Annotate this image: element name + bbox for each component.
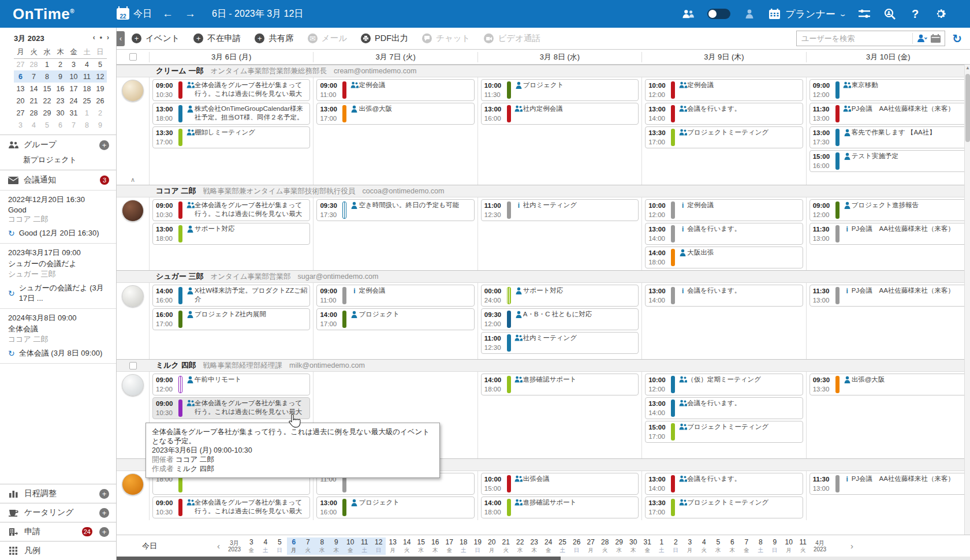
prev-week-arrow[interactable]: ← <box>161 8 174 20</box>
calendar-day[interactable]: 20 <box>14 95 27 107</box>
calendar-day[interactable]: 25 <box>80 95 94 107</box>
timeline-day[interactable]: 29水 <box>612 537 626 555</box>
day-cell[interactable]: 09:0011:00i定例会議14:0017:00プロジェクト <box>313 283 477 359</box>
timeline-day[interactable]: 1土 <box>655 537 669 555</box>
event-card[interactable]: 14:0018:00進捗確認サポート <box>481 496 639 518</box>
collapse-row-button[interactable]: ∧ <box>117 176 149 184</box>
calendar-day[interactable]: 15 <box>40 83 54 95</box>
timeline-day[interactable]: 27月 <box>584 537 598 555</box>
calendar-day[interactable]: 23 <box>54 95 67 107</box>
timeline-day[interactable]: 11土 <box>357 537 372 555</box>
timeline-day[interactable]: 11火 <box>796 537 811 555</box>
calendar-day[interactable]: 26 <box>94 95 107 107</box>
timeline-day[interactable]: 16木 <box>428 537 443 555</box>
event-card[interactable]: 16:0017:00プロジェクトZ社内展開 <box>152 308 310 330</box>
calendar-day[interactable]: 6 <box>54 119 67 131</box>
calendar-day[interactable]: 14 <box>27 83 40 95</box>
timeline-day[interactable]: 24金 <box>542 537 556 555</box>
timeline-day[interactable]: 17金 <box>442 537 457 555</box>
today-button[interactable]: 22 今日 <box>117 8 152 20</box>
event-card[interactable]: 13:0017:00出張@大阪 <box>316 103 474 125</box>
timeline-day[interactable]: 3金 <box>244 537 259 555</box>
event-card[interactable]: 09:0012:00東京移動 <box>809 79 967 101</box>
timeline-day[interactable]: 21火 <box>499 537 513 555</box>
day-cell[interactable]: 09:0012:00プロジェクト進捗報告11:3013:00iPJ会議 AA社佐… <box>806 197 970 270</box>
timeline-day[interactable]: 6木 <box>725 537 740 555</box>
day-cell[interactable]: 09:0012:00東京移動11:3013:00PJ会議 AA社佐藤様来社（来客… <box>806 77 970 185</box>
settings-gear-icon[interactable] <box>934 8 947 20</box>
timeline-prev-arrow[interactable]: ‹ <box>212 541 225 551</box>
sidebar-item-add-button[interactable]: + <box>99 489 109 499</box>
event-card[interactable]: 15:0016:00テスト実施予定 <box>809 150 967 172</box>
next-week-arrow[interactable]: → <box>184 8 197 20</box>
day-cell[interactable]: 09:0010:30全体会議をグループ各社が集まって行う。これは過去に例を見ない… <box>149 77 313 185</box>
notification-reply[interactable]: ↻全体会議 (3月 8日 09:00) <box>8 348 110 359</box>
event-card[interactable]: 09:0011:00定例会議 <box>316 79 474 101</box>
calendar-day[interactable]: 17 <box>67 83 80 95</box>
calendar-day[interactable]: 6 <box>14 70 27 83</box>
event-card[interactable]: 00:0024:00サポート対応 <box>481 285 639 307</box>
calendar-day[interactable]: 10 <box>67 70 80 83</box>
timeline-day[interactable]: 4土 <box>259 537 273 555</box>
group-item[interactable]: 新プロジェクト <box>0 155 116 170</box>
day-cell[interactable]: 11:3013:00iPJ会議 AA社佐藤様来社（来客） <box>806 283 970 359</box>
calendar-day[interactable]: 1 <box>40 58 54 70</box>
day-cell[interactable]: 10:0012:00定例会議13:0014:00会議を行います。13:3017:… <box>641 77 805 185</box>
calendar-day[interactable]: 19 <box>94 83 107 95</box>
calendar-day[interactable]: 12 <box>94 70 107 83</box>
timeline-day[interactable]: 10月 <box>782 537 796 555</box>
calendar-day[interactable]: 3 <box>67 58 80 70</box>
add-calendar-icon[interactable] <box>931 34 941 43</box>
event-card[interactable]: 13:0018:00株式会社OnTimeGroupCalendar様来社予定。担… <box>152 103 310 125</box>
event-card[interactable]: 13:0016:00社内定例会議 <box>481 103 639 125</box>
event-card[interactable]: 09:0012:00午前中リモート <box>152 374 310 395</box>
calendar-day[interactable]: 5 <box>40 119 54 131</box>
mini-calendar-today-dot[interactable]: • <box>100 33 102 44</box>
day-cell[interactable]: 11:0013:0016:00プロジェクト <box>313 471 477 520</box>
view-selector[interactable]: プランナー ⌄ <box>768 8 845 21</box>
timeline-day[interactable]: 31金 <box>640 537 655 555</box>
event-card[interactable]: 13:0014:00会議を行います。 <box>645 397 803 419</box>
day-cell[interactable]: 09:3017:30空き時間扱い。終日の予定も可能 <box>313 197 477 270</box>
timeline-day[interactable]: 6月 <box>287 537 301 555</box>
notification-item[interactable]: 2022年12月20日 16:30Goodココア 二郎↻Good (12月 20… <box>0 191 116 244</box>
timeline-day[interactable]: 18土 <box>457 537 471 555</box>
user-search-input[interactable] <box>797 34 912 43</box>
calendar-day[interactable]: 4 <box>27 119 40 131</box>
calendar-day[interactable]: 24 <box>67 95 80 107</box>
timeline-day[interactable]: 8水 <box>315 537 330 555</box>
event-card[interactable]: 09:0012:00プロジェクト進捗報告 <box>809 199 967 221</box>
calendar-day[interactable]: 21 <box>27 95 40 107</box>
timeline-day[interactable]: 28火 <box>598 537 613 555</box>
event-card[interactable]: 09:0010:30全体会議をグループ各社が集まって行う。これは過去に例を見ない… <box>152 79 310 101</box>
calendar-day[interactable]: 31 <box>67 107 80 119</box>
calendar-day[interactable]: 11 <box>80 70 94 83</box>
group-person-toggle[interactable] <box>707 9 730 19</box>
event-card[interactable]: 13:0018:00サポート対応 <box>152 223 310 245</box>
notification-reply[interactable]: ↻Good (12月 20日 16:30) <box>8 228 110 238</box>
display-settings-icon[interactable] <box>858 8 871 20</box>
event-card[interactable]: 10:0011:30プロジェクト <box>481 79 639 101</box>
notification-reply[interactable]: ↻シュガーの会議だよ (3月 17日 ... <box>8 283 110 304</box>
calendar-day[interactable]: 18 <box>80 83 94 95</box>
help-icon[interactable]: ? <box>909 8 921 20</box>
toolbar-button-plus[interactable]: +不在申請 <box>193 33 241 44</box>
event-card[interactable]: 09:0010:30全体会議をグループ各社が集まって行う。これは過去に例を見ない… <box>152 199 310 221</box>
timeline-day[interactable]: 22水 <box>513 537 528 555</box>
calendar-day[interactable]: 8 <box>80 119 94 131</box>
add-group-button[interactable]: + <box>99 140 109 150</box>
event-card[interactable]: 13:3017:00プロジェクトミーティング <box>645 496 803 518</box>
timeline-next-arrow[interactable]: › <box>845 541 859 551</box>
timeline-day[interactable]: 5日 <box>273 537 287 555</box>
calendar-day[interactable]: 28 <box>27 58 40 70</box>
event-card[interactable]: 09:0010:30全体会議をグループ各社が集まって行う。これは過去に例を見ない… <box>152 397 310 419</box>
sidebar-item-add-button[interactable]: + <box>99 527 109 537</box>
timeline-today-button[interactable]: 今日 <box>142 541 157 551</box>
toolbar-button-plus[interactable]: +共有席 <box>255 33 294 44</box>
event-card[interactable]: 09:3013:30出張@大阪 <box>809 374 967 395</box>
calendar-day[interactable]: 13 <box>14 83 27 95</box>
select-all-checkbox[interactable] <box>129 53 137 61</box>
sidebar-item-add-button[interactable]: + <box>99 508 109 518</box>
timeline-day[interactable]: 14火 <box>400 537 415 555</box>
event-card[interactable]: 13:0014:00i会議を行います。 <box>645 223 803 245</box>
